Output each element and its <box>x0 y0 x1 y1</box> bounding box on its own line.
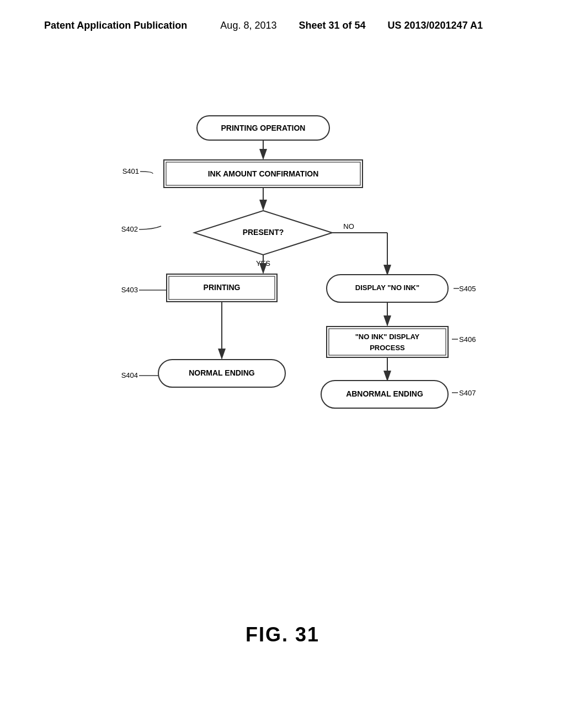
page-header: Patent Application Publication Aug. 8, 2… <box>0 20 565 31</box>
svg-text:S401: S401 <box>122 167 139 175</box>
figure-label: FIG. 31 <box>246 623 319 646</box>
svg-text:INK AMOUNT CONFIRMATION: INK AMOUNT CONFIRMATION <box>208 169 319 178</box>
svg-text:S405: S405 <box>459 285 476 293</box>
flowchart-diagram: PRINTING OPERATION S401 INK AMOUNT CONFI… <box>89 110 476 540</box>
patent-number: US 2013/0201247 A1 <box>388 20 483 31</box>
svg-text:PRESENT?: PRESENT? <box>243 228 284 237</box>
svg-text:PROCESS: PROCESS <box>370 344 405 352</box>
svg-text:S404: S404 <box>121 371 138 379</box>
svg-text:PRINTING: PRINTING <box>204 283 241 292</box>
patent-label: Patent Application Publication <box>44 20 187 31</box>
svg-text:NORMAL ENDING: NORMAL ENDING <box>189 368 255 377</box>
svg-text:S402: S402 <box>121 225 138 233</box>
svg-text:S403: S403 <box>121 286 138 294</box>
publication-date: Aug. 8, 2013 <box>220 20 276 31</box>
svg-text:PRINTING OPERATION: PRINTING OPERATION <box>221 124 306 132</box>
svg-text:S406: S406 <box>459 335 476 344</box>
svg-text:DISPLAY "NO INK": DISPLAY "NO INK" <box>355 283 419 292</box>
svg-text:ABNORMAL ENDING: ABNORMAL ENDING <box>346 389 423 398</box>
svg-text:S407: S407 <box>459 389 476 397</box>
svg-text:"NO INK" DISPLAY: "NO INK" DISPLAY <box>355 333 420 341</box>
sheet-number: Sheet 31 of 54 <box>299 20 365 31</box>
svg-text:NO: NO <box>343 222 354 231</box>
